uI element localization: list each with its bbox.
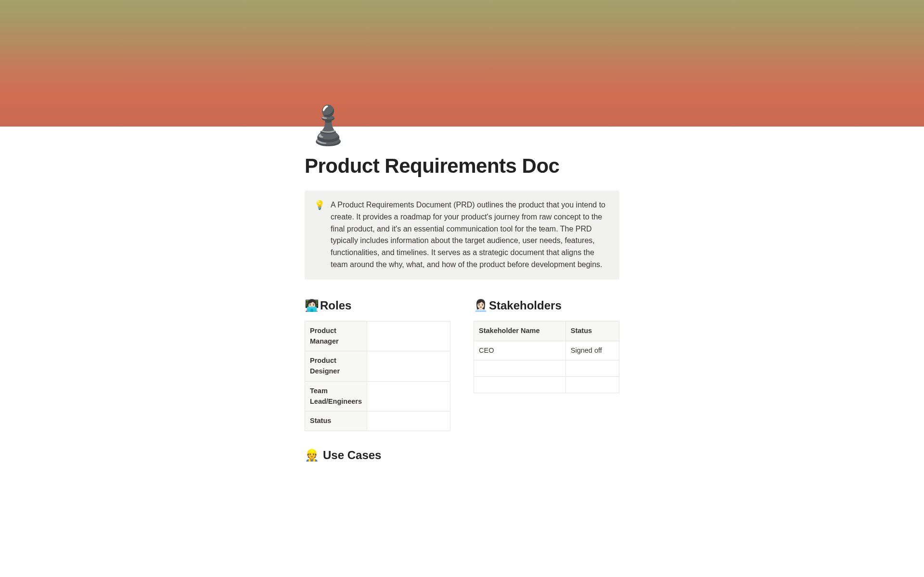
stakeholder-name-cell[interactable] bbox=[474, 360, 566, 377]
table-row: CEO Signed off bbox=[474, 341, 619, 360]
role-label[interactable]: Status bbox=[305, 411, 367, 431]
callout-text[interactable]: A Product Requirements Document (PRD) ou… bbox=[331, 199, 610, 271]
woman-office-worker-icon: 👩🏻‍💼 bbox=[474, 297, 488, 314]
stakeholder-status-cell[interactable]: Signed off bbox=[565, 341, 619, 360]
role-value[interactable] bbox=[367, 381, 450, 411]
stakeholder-name-cell[interactable]: CEO bbox=[474, 341, 566, 360]
col-stakeholder-name[interactable]: Stakeholder Name bbox=[474, 321, 566, 341]
callout-block[interactable]: 💡 A Product Requirements Document (PRD) … bbox=[305, 191, 619, 280]
roles-heading-text: Roles bbox=[320, 297, 351, 314]
stakeholders-column: 👩🏻‍💼 Stakeholders Stakeholder Name Statu… bbox=[474, 297, 619, 431]
stakeholder-name-cell[interactable] bbox=[474, 377, 566, 393]
lightbulb-icon: 💡 bbox=[314, 199, 325, 271]
stakeholder-status-cell[interactable] bbox=[565, 377, 619, 393]
stakeholders-table[interactable]: Stakeholder Name Status CEO Signed off bbox=[474, 321, 619, 394]
table-row bbox=[474, 377, 619, 393]
roles-heading[interactable]: 👩🏻‍💻 Roles bbox=[305, 297, 450, 314]
page-icon[interactable]: ♟️ bbox=[305, 106, 619, 144]
stakeholders-heading-text: Stakeholders bbox=[489, 297, 562, 314]
role-value[interactable] bbox=[367, 351, 450, 382]
page-content: ♟️ Product Requirements Doc 💡 A Product … bbox=[305, 127, 619, 502]
role-value[interactable] bbox=[367, 321, 450, 351]
table-row: Product Designer bbox=[305, 351, 450, 382]
use-cases-heading-text: Use Cases bbox=[323, 447, 381, 464]
table-row: Status bbox=[305, 411, 450, 431]
stakeholder-status-cell[interactable] bbox=[565, 360, 619, 377]
construction-worker-icon: 👷 bbox=[305, 447, 319, 464]
roles-column: 👩🏻‍💻 Roles Product Manager Product Desig… bbox=[305, 297, 450, 431]
col-status[interactable]: Status bbox=[565, 321, 619, 341]
role-label[interactable]: Product Designer bbox=[305, 351, 367, 382]
woman-technologist-icon: 👩🏻‍💻 bbox=[305, 297, 319, 314]
table-row: Team Lead/Engineers bbox=[305, 381, 450, 411]
role-label[interactable]: Product Manager bbox=[305, 321, 367, 351]
stakeholders-heading[interactable]: 👩🏻‍💼 Stakeholders bbox=[474, 297, 619, 314]
page-title[interactable]: Product Requirements Doc bbox=[305, 151, 619, 181]
table-row bbox=[474, 360, 619, 377]
role-label[interactable]: Team Lead/Engineers bbox=[305, 381, 367, 411]
table-header-row: Stakeholder Name Status bbox=[474, 321, 619, 341]
role-value[interactable] bbox=[367, 411, 450, 431]
roles-table[interactable]: Product Manager Product Designer Team Le… bbox=[305, 321, 450, 431]
table-row: Product Manager bbox=[305, 321, 450, 351]
use-cases-heading[interactable]: 👷 Use Cases bbox=[305, 447, 619, 464]
roles-stakeholders-row: 👩🏻‍💻 Roles Product Manager Product Desig… bbox=[305, 297, 619, 431]
